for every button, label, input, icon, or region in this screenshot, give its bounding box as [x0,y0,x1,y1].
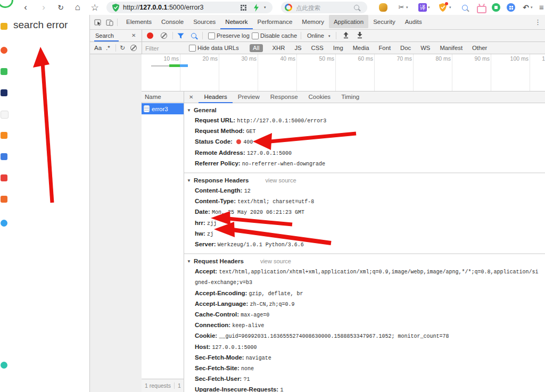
back-icon[interactable]: ‹ [19,0,32,15]
network-search-icon[interactable] [191,33,196,38]
filter-type-js[interactable]: JS [294,42,301,54]
header-name: Date: [195,208,212,215]
requests-name-column-header[interactable]: Name [142,91,184,103]
details-close-icon[interactable]: ✕ [189,91,193,103]
triangle-down-icon[interactable]: ▼ [187,259,191,264]
tab-performance[interactable]: Performance [253,15,298,28]
throttling-dropdown-icon[interactable]: ▾ [328,34,331,38]
tab-elements[interactable]: Elements [121,15,156,28]
browser-search-box[interactable] [281,2,367,13]
tab-sources[interactable]: Sources [188,15,220,28]
sidebar-app-icon-green[interactable] [1,68,7,75]
sidebar-app-icon-navy[interactable] [1,89,7,96]
address-bar[interactable]: http://127.0.0.1:5000/error3 ▾ [106,2,272,13]
sidebar-app-icon-redorange[interactable] [1,47,7,54]
filter-type-manifest[interactable]: Manifest [440,42,463,54]
devtools-more-menu-icon[interactable]: ⋮ [534,18,541,26]
view-source-link[interactable]: view source [265,177,296,184]
network-filterbar: Aa .* ↻ Hide data URLs AllXHRJSCSSImgMed… [90,42,545,54]
filter-type-media[interactable]: Media [353,42,369,54]
search-close-icon[interactable]: ✕ [131,30,136,41]
view-source-link[interactable]: view source [260,258,291,264]
sidebar-app-icon-red[interactable] [1,174,7,181]
tab-audits[interactable]: Audits [400,15,427,28]
detail-tab-cookies[interactable]: Cookies [303,91,336,102]
shield-dropdown-icon[interactable]: ▾ [449,5,451,10]
sidebar-app-icon-white[interactable] [1,111,9,119]
search-icon[interactable] [354,5,359,10]
tab-memory[interactable]: Memory [297,15,329,28]
tab-application[interactable]: Application [329,15,368,28]
section-name: General [194,107,217,113]
preserve-log-checkbox[interactable] [208,32,215,39]
triangle-down-icon[interactable]: ▼ [187,178,191,183]
filter-type-ws[interactable]: WS [420,42,430,54]
undo-dropdown-icon[interactable]: ▾ [531,5,533,10]
disable-cache-checkbox[interactable] [252,32,259,39]
match-case-button[interactable]: Aa [94,42,102,54]
tab-network[interactable]: Network [220,15,252,29]
tab-security[interactable]: Security [368,15,400,28]
filter-type-other[interactable]: Other [472,42,487,54]
undo-extension-icon[interactable]: ↶ [522,3,530,12]
filter-type-css[interactable]: CSS [311,42,324,54]
detail-tab-headers[interactable]: Headers [199,91,232,103]
triangle-down-icon[interactable]: ▼ [187,108,191,113]
throttling-select[interactable]: Online [307,30,324,41]
sidebar-app-icon-blue[interactable] [1,153,7,160]
filter-type-img[interactable]: Img [333,42,343,54]
filter-icon[interactable] [177,33,184,39]
clear-network-log-icon[interactable] [161,32,167,39]
regex-button[interactable]: .* [106,42,110,54]
filter-type-all[interactable]: All [250,44,263,52]
network-toolbar: Search ✕ Preserve log Disable cache Onli… [90,30,545,42]
forward-icon[interactable]: › [37,0,50,15]
header-row: Cache-Control: max-age=0 [195,310,541,320]
scissors-dropdown-icon[interactable]: ▾ [406,5,408,10]
filter-input[interactable] [144,43,189,54]
detail-tab-response[interactable]: Response [265,91,303,102]
filter-type-font[interactable]: Font [378,42,391,54]
sidebar-app-icon-lightblue[interactable] [1,220,7,227]
request-row-error3[interactable]: error3 [142,103,184,114]
hide-data-urls-checkbox[interactable] [189,45,196,52]
qr-code-icon[interactable] [241,5,246,11]
sidebar-app-icon-orange2[interactable] [1,196,7,203]
device-toolbar-icon[interactable] [106,19,113,26]
green-circle-extension-icon[interactable] [492,3,500,12]
section-title[interactable]: ▼Response Headersview source [187,176,541,185]
home-icon[interactable]: ⌂ [71,0,84,15]
detail-tab-preview[interactable]: Preview [233,91,265,102]
scissors-extension-icon[interactable]: ✂ [397,3,406,12]
blue-grid-extension-icon[interactable] [507,3,515,12]
gold-extension-icon[interactable] [379,3,387,12]
search-pane-tab[interactable]: Search [95,30,114,41]
inspect-element-icon[interactable] [94,19,102,26]
import-har-icon[interactable] [343,32,349,39]
lightning-icon[interactable] [253,4,259,12]
tv-extension-icon[interactable] [477,6,486,13]
translate-extension-icon[interactable]: 译 [418,3,427,12]
sidebar-app-icon-teal[interactable] [1,362,7,369]
filter-type-xhr[interactable]: XHR [272,42,285,54]
detail-tab-timing[interactable]: Timing [336,91,365,102]
filter-type-doc[interactable]: Doc [400,42,411,54]
section-title[interactable]: ▼General [187,106,541,114]
star-bookmark-icon[interactable]: ☆ [88,0,101,15]
magnifier-extension-icon[interactable] [462,5,468,11]
search-clear-icon[interactable] [130,45,137,51]
address-bar-dropdown-icon[interactable]: ▾ [264,5,266,10]
sidebar-app-icon-orange[interactable] [1,132,7,139]
sidebar-app-icon-gold[interactable] [1,23,7,30]
section-title[interactable]: ▼Request Headersview source [187,257,541,265]
refresh-icon[interactable]: ↻ [54,0,67,15]
tab-console[interactable]: Console [156,15,188,28]
translate-dropdown-icon[interactable]: ▾ [428,5,430,10]
waterfall-ttfb-bar [169,64,180,67]
search-refresh-icon[interactable]: ↻ [120,42,125,54]
search-input[interactable] [295,3,350,13]
export-har-icon[interactable] [357,32,362,39]
menu-icon[interactable]: ≡ [539,3,545,12]
record-network-log-icon[interactable] [147,32,153,39]
network-overview-timeline[interactable]: 10 ms20 ms30 ms40 ms50 ms60 ms70 ms80 ms… [142,54,545,91]
